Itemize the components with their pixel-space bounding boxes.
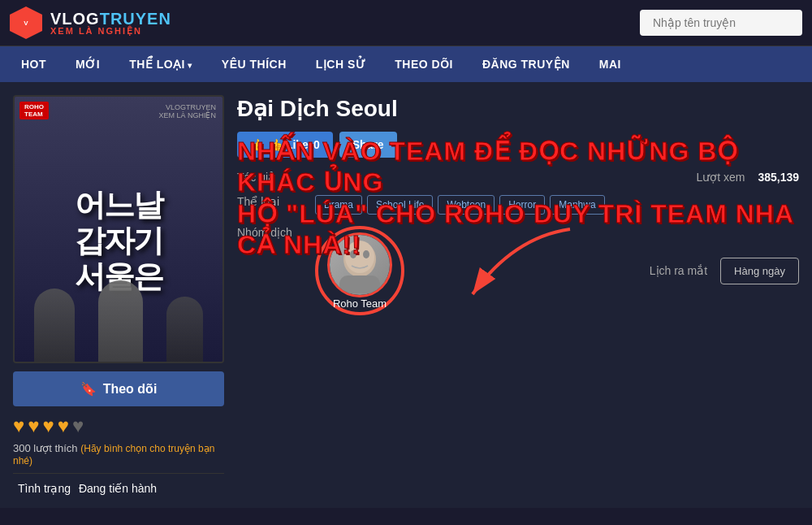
manga-cover: ROHOTEAM VLOGTRUYENXEM LÀ NGHIỆN 어느날갑자기서… <box>13 95 224 363</box>
tinh-trang-value: Đang tiến hành <box>79 482 157 495</box>
nhom-dich-row: Nhóm dịch <box>237 226 799 315</box>
tinh-trang-label: Tình trạng <box>18 482 71 495</box>
thumbs-up-icon: 👍 <box>250 138 264 151</box>
heart-3[interactable]: ♥ <box>43 414 54 437</box>
tac-gia-row: Tác giả Lượt xem 385,139 <box>237 171 799 184</box>
nav-lich-su[interactable]: LỊCH SỬ <box>301 46 381 82</box>
tag-manhwa[interactable]: Manhwa <box>550 195 604 215</box>
tag-webtoon[interactable]: Webtoon <box>438 195 495 215</box>
left-panel: ROHOTEAM VLOGTRUYENXEM LÀ NGHIỆN 어느날갑자기서… <box>13 95 224 495</box>
lich-ra-mat-label: Lịch ra mắt <box>650 264 707 277</box>
nav-bar: HOT MỚI THỂ LOẠI YÊU THÍCH LỊCH SỬ THEO … <box>0 46 812 82</box>
share-button[interactable]: Share <box>339 132 397 158</box>
tag-school-life[interactable]: School Life <box>367 195 433 215</box>
manga-cover-inner: ROHOTEAM VLOGTRUYENXEM LÀ NGHIỆN 어느날갑자기서… <box>15 97 222 362</box>
svg-rect-7 <box>339 276 380 293</box>
manga-title: Đại Dịch Seoul <box>237 95 799 122</box>
logo-vlog: VLOG <box>50 10 100 28</box>
logo-icon: V <box>10 7 42 39</box>
the-loai-row: Thể loại Drama School Life Webtoon Horro… <box>237 195 799 215</box>
hang-ngay-button[interactable]: Hàng ngày <box>720 258 799 284</box>
like-label: 👍 Like <box>269 138 309 151</box>
nav-yeu-thich[interactable]: YÊU THÍCH <box>207 46 301 82</box>
lich-ra-mat-group: Lịch ra mắt Hàng ngày <box>650 258 799 284</box>
translator-circle[interactable]: Roho Team <box>315 226 404 315</box>
action-buttons: 👍 👍 Like 0 Share <box>237 132 799 158</box>
translator-avatar-inner <box>330 235 390 295</box>
nav-the-loai[interactable]: THỂ LOẠI <box>114 46 207 82</box>
theo-doi-label: Theo dõi <box>103 382 158 397</box>
nav-dang-truyen[interactable]: ĐĂNG TRUYỆN <box>468 46 585 82</box>
tac-gia-label: Tác giả <box>237 171 302 184</box>
heart-4[interactable]: ♥ <box>58 414 69 437</box>
content-wrapper: ROHOTEAM VLOGTRUYENXEM LÀ NGHIỆN 어느날갑자기서… <box>13 95 799 495</box>
heart-5[interactable]: ♥ <box>72 414 84 437</box>
right-panel: Đại Dịch Seoul 👍 👍 Like 0 Share NHẤN VÀO… <box>237 95 799 327</box>
tag-drama[interactable]: Drama <box>315 195 362 215</box>
logo-main-text: VLOGTRUYEN <box>50 11 171 27</box>
logo[interactable]: V VLOGTRUYEN XEM LÀ NGHIỆN <box>10 7 171 39</box>
logo-sub-text: XEM LÀ NGHIỆN <box>50 27 171 36</box>
the-loai-label: Thể loại <box>237 195 302 208</box>
char-2 <box>98 280 143 362</box>
tinh-trang-row: Tình trạng Đang tiến hành <box>13 482 224 495</box>
svg-text:V: V <box>24 20 28 27</box>
svg-point-6 <box>363 250 369 258</box>
logo-truyen: TRUYEN <box>100 10 171 28</box>
luot-xem-label: Lượt xem <box>696 171 745 184</box>
like-button[interactable]: 👍 👍 Like 0 <box>237 132 333 158</box>
header: V VLOGTRUYEN XEM LÀ NGHIỆN <box>0 0 812 46</box>
nav-theo-doi[interactable]: THEO DÕI <box>380 46 468 82</box>
separator-1 <box>13 473 224 474</box>
logo-text: VLOGTRUYEN XEM LÀ NGHIỆN <box>50 11 171 36</box>
heart-2[interactable]: ♥ <box>28 414 39 437</box>
search-input[interactable] <box>640 10 802 36</box>
bookmark-icon: 🔖 <box>80 381 97 397</box>
rating-count-text: 300 lượt thích <box>13 442 78 454</box>
tag-horror[interactable]: Horror <box>499 195 545 215</box>
nav-mai[interactable]: MAI <box>585 46 636 82</box>
nhom-dich-label: Nhóm dịch <box>237 226 302 239</box>
char-3 <box>166 297 203 362</box>
char-1 <box>34 289 75 362</box>
luot-xem-group: Lượt xem 385,139 <box>696 171 799 184</box>
translator-avatar <box>327 232 392 297</box>
svg-point-5 <box>350 250 356 258</box>
heart-1[interactable]: ♥ <box>13 414 24 437</box>
like-count: 0 <box>313 138 320 151</box>
rating-count: 300 lượt thích (Hãy bình chọn cho truyện… <box>13 442 224 466</box>
luot-xem-value: 385,139 <box>758 171 799 184</box>
genre-tags: Drama School Life Webtoon Horror Manhwa <box>315 195 605 215</box>
main-content: ROHOTEAM VLOGTRUYENXEM LÀ NGHIỆN 어느날갑자기서… <box>0 82 812 508</box>
translator-name: Roho Team <box>333 297 387 310</box>
cover-watermark: VLOGTRUYENXEM LÀ NGHIỆN <box>158 103 216 119</box>
rating-row: ♥ ♥ ♥ ♥ ♥ <box>13 414 224 437</box>
cover-characters <box>15 264 222 362</box>
nav-moi[interactable]: MỚI <box>61 46 114 82</box>
cover-team-badge: ROHOTEAM <box>19 102 49 119</box>
info-section: Tác giả Lượt xem 385,139 Thể loại Drama … <box>237 171 799 315</box>
theo-doi-button[interactable]: 🔖 Theo dõi <box>13 371 224 406</box>
nav-hot[interactable]: HOT <box>6 46 61 82</box>
